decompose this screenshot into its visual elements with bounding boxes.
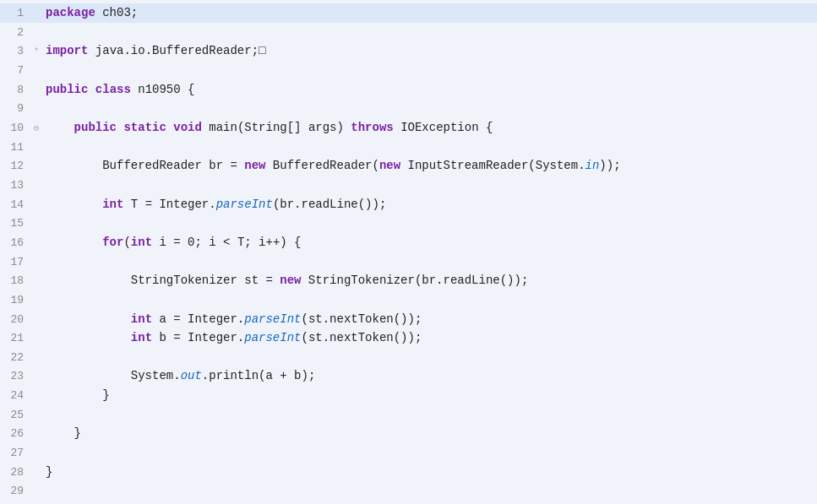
token-normal	[46, 236, 102, 249]
code-line: 19	[0, 290, 817, 310]
code-line: 29	[0, 481, 817, 501]
line-number: 27	[0, 444, 30, 463]
token-normal: n10950 {	[131, 83, 195, 96]
token-normal	[46, 312, 131, 326]
line-number: 24	[0, 387, 30, 405]
token-normal: StringTokenizer(br.readLine());	[301, 274, 528, 287]
line-content	[42, 290, 52, 309]
line-number: 17	[0, 253, 30, 272]
token-normal: T = Integer.	[123, 198, 215, 211]
code-line: 1package ch03;	[0, 3, 817, 23]
token-kw: import	[46, 44, 88, 57]
token-kw-type: int	[131, 236, 152, 249]
line-content: }	[42, 424, 81, 442]
code-line: 21 int b = Integer.parseInt(st.nextToken…	[0, 328, 817, 348]
line-number: 9	[0, 100, 30, 118]
line-number: 25	[0, 406, 30, 425]
token-normal: ch03;	[95, 6, 138, 19]
token-field-italic: out	[181, 369, 202, 382]
line-content: public static void main(String[] args) t…	[42, 118, 493, 137]
token-kw-type: int	[131, 312, 152, 326]
token-field-italic: in	[586, 159, 600, 172]
line-content	[42, 61, 52, 79]
line-number: 26	[0, 425, 30, 443]
code-line: 13	[0, 176, 817, 195]
line-content	[42, 443, 52, 462]
token-normal: }	[46, 388, 110, 402]
line-content: int T = Integer.parseInt(br.readLine());	[42, 195, 386, 214]
token-kw: static	[123, 121, 166, 134]
token-normal: i = 0; i < T; i++) {	[152, 236, 301, 249]
line-number: 2	[0, 24, 30, 42]
token-kw: void	[173, 121, 202, 134]
code-line: 28}	[0, 463, 817, 482]
line-number: 11	[0, 138, 30, 157]
code-line: 22	[0, 348, 817, 367]
line-number: 20	[0, 311, 30, 329]
token-normal	[46, 331, 131, 344]
token-normal: }	[46, 426, 81, 440]
token-kw: for	[102, 236, 123, 249]
line-number: 14	[0, 196, 30, 214]
line-number: 22	[0, 349, 30, 367]
line-content: public class n10950 {	[42, 80, 194, 99]
token-kw: new	[244, 159, 265, 172]
line-content: }	[42, 463, 52, 481]
token-normal: main(String[] args)	[202, 121, 351, 134]
line-content	[42, 214, 52, 232]
token-italic-method: parseInt	[244, 331, 301, 344]
line-number: 21	[0, 329, 30, 348]
line-number: 29	[0, 482, 30, 501]
token-normal: BufferedReader br =	[46, 159, 244, 172]
token-normal: ));	[599, 159, 620, 172]
code-line: 3*import java.io.BufferedReader;□	[0, 41, 817, 61]
line-number: 23	[0, 367, 30, 386]
token-normal: System.	[46, 369, 181, 382]
token-normal: (	[123, 236, 130, 249]
code-editor: 1package ch03;2 3*import java.io.Buffere…	[0, 0, 817, 504]
line-content	[42, 348, 52, 366]
token-italic-method: parseInt	[244, 312, 301, 326]
code-line: 7	[0, 61, 817, 80]
line-content	[42, 23, 52, 41]
line-indicator: ⊖	[30, 119, 42, 138]
line-number: 1	[0, 4, 30, 23]
token-normal: .println(a + b);	[202, 369, 315, 382]
token-normal	[46, 121, 74, 134]
line-content: }	[42, 386, 110, 404]
line-content: int a = Integer.parseInt(st.nextToken())…	[42, 310, 422, 328]
token-normal: IOException {	[394, 121, 493, 134]
code-line: 25	[0, 405, 817, 425]
code-line: 8public class n10950 {	[0, 80, 817, 100]
line-content	[42, 405, 52, 424]
line-content: for(int i = 0; i < T; i++) {	[42, 233, 302, 252]
line-content	[42, 481, 52, 500]
code-line: 16 for(int i = 0; i < T; i++) {	[0, 233, 817, 252]
code-line: 12 BufferedReader br = new BufferedReade…	[0, 156, 817, 176]
line-content	[42, 138, 52, 156]
line-number: 3	[0, 42, 30, 61]
token-kw: class	[95, 83, 131, 96]
code-line: 9	[0, 99, 817, 118]
token-normal: □	[259, 44, 265, 57]
token-normal	[166, 121, 173, 134]
code-line: 10⊖ public static void main(String[] arg…	[0, 118, 817, 138]
code-line: 24 }	[0, 386, 817, 405]
token-kw: public	[74, 121, 117, 134]
line-content: package ch03;	[42, 3, 138, 22]
code-line: 20 int a = Integer.parseInt(st.nextToken…	[0, 310, 817, 329]
token-kw: new	[379, 159, 400, 172]
line-content	[42, 252, 52, 271]
line-content	[42, 99, 52, 117]
code-line: 15	[0, 214, 817, 233]
line-number: 28	[0, 463, 30, 482]
token-kw: public	[46, 83, 88, 96]
code-line: 27	[0, 443, 817, 463]
token-normal	[46, 198, 102, 211]
line-number: 12	[0, 157, 30, 176]
line-content: import java.io.BufferedReader;□	[42, 41, 265, 60]
line-number: 16	[0, 234, 30, 252]
token-italic-method: parseInt	[216, 198, 273, 211]
token-kw-type: int	[102, 198, 123, 211]
token-normal: (st.nextToken());	[301, 312, 422, 326]
